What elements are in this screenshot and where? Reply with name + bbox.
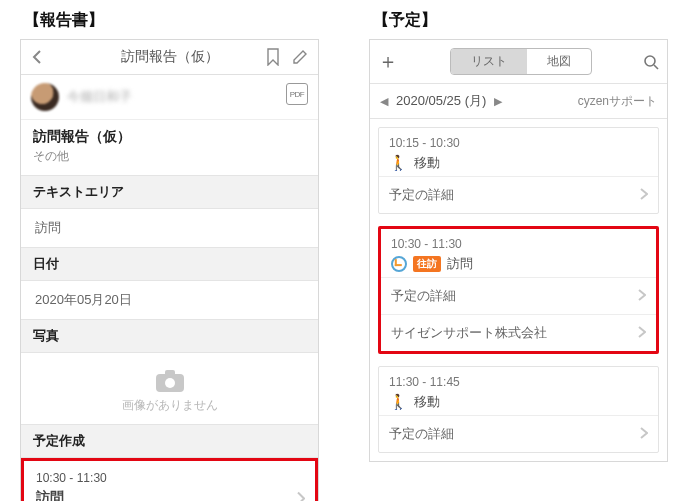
- schedule-card-top: 10:15 - 10:30🚶移動: [379, 128, 658, 176]
- text-area-value: 訪問: [21, 209, 318, 247]
- no-photo-text: 画像がありません: [21, 397, 318, 414]
- schedule-detail-label: サイゼンサポート株式会社: [391, 324, 547, 342]
- report-header: 訪問報告（仮）: [21, 40, 318, 75]
- bookmark-icon[interactable]: [266, 48, 280, 66]
- report-heading: 【報告書】: [24, 10, 319, 31]
- date-value: 2020年05月20日: [21, 281, 318, 319]
- edit-icon[interactable]: [292, 49, 308, 65]
- schedule-heading: 【予定】: [373, 10, 668, 31]
- visit-tag: 往訪: [413, 256, 441, 272]
- schedule-detail-label: 予定の詳細: [391, 287, 456, 305]
- schedule-card-line: 🚶移動: [389, 154, 648, 172]
- schedule-card: 11:30 - 11:45🚶移動予定の詳細: [378, 366, 659, 453]
- schedule-create-name: 訪問: [36, 489, 303, 501]
- user-name: 今畑日和子: [67, 88, 132, 106]
- photo-body: 画像がありません: [21, 353, 318, 424]
- schedule-card-time: 10:30 - 11:30: [391, 237, 646, 251]
- chevron-right-icon: [638, 326, 646, 341]
- schedule-panel: ＋ リスト 地図 ◀ 2020/05/25 (月) ▶ cyzenサポート 10…: [369, 39, 668, 462]
- schedule-detail-label: 予定の詳細: [389, 425, 454, 443]
- clock-icon: [391, 256, 407, 272]
- schedule-detail-row[interactable]: サイゼンサポート株式会社: [381, 314, 656, 351]
- chevron-right-icon: [640, 427, 648, 442]
- add-icon[interactable]: ＋: [378, 48, 398, 75]
- schedule-card: 10:15 - 10:30🚶移動予定の詳細: [378, 127, 659, 214]
- schedule-card-line: 🚶移動: [389, 393, 648, 411]
- camera-icon: [155, 369, 185, 393]
- view-segmented-control: リスト 地図: [450, 48, 592, 75]
- schedule-card-title: 訪問: [447, 255, 473, 273]
- date-bar: ◀ 2020/05/25 (月) ▶ cyzenサポート: [370, 84, 667, 119]
- schedule-detail-row[interactable]: 予定の詳細: [379, 176, 658, 213]
- svg-point-3: [645, 56, 655, 66]
- schedule-create-label: 予定作成: [21, 424, 318, 458]
- chevron-right-icon: [297, 492, 305, 502]
- support-label: cyzenサポート: [578, 93, 657, 110]
- report-subtitle: その他: [33, 148, 306, 165]
- report-title-block: 訪問報告（仮） その他: [21, 120, 318, 175]
- report-title: 訪問報告（仮）: [33, 128, 306, 146]
- seg-map[interactable]: 地図: [527, 49, 591, 74]
- text-area-label: テキストエリア: [21, 175, 318, 209]
- photo-label: 写真: [21, 319, 318, 353]
- schedule-list: 10:15 - 10:30🚶移動予定の詳細10:30 - 11:30往訪訪問予定…: [370, 119, 667, 461]
- report-column: 【報告書】 訪問報告（仮）: [20, 10, 319, 501]
- next-day-icon[interactable]: ▶: [494, 95, 502, 108]
- prev-day-icon[interactable]: ◀: [380, 95, 388, 108]
- schedule-card-top: 10:30 - 11:30往訪訪問: [381, 229, 656, 277]
- schedule-column: 【予定】 ＋ リスト 地図 ◀ 2020/05/25 (月) ▶ cyzenサポ…: [369, 10, 668, 501]
- schedule-card: 10:30 - 11:30往訪訪問予定の詳細サイゼンサポート株式会社: [378, 226, 659, 354]
- report-header-title: 訪問報告（仮）: [91, 48, 248, 66]
- schedule-card-time: 11:30 - 11:45: [389, 375, 648, 389]
- avatar: [31, 83, 59, 111]
- seg-list[interactable]: リスト: [451, 49, 527, 74]
- search-icon[interactable]: [643, 54, 659, 70]
- chevron-right-icon: [638, 289, 646, 304]
- pdf-badge[interactable]: PDF: [286, 83, 308, 105]
- schedule-detail-row[interactable]: 予定の詳細: [381, 277, 656, 314]
- schedule-header: ＋ リスト 地図: [370, 40, 667, 84]
- schedule-detail-row[interactable]: 予定の詳細: [379, 415, 658, 452]
- schedule-card-title: 移動: [414, 393, 440, 411]
- schedule-card-title: 移動: [414, 154, 440, 172]
- schedule-create-time: 10:30 - 11:30: [36, 471, 303, 485]
- svg-point-2: [165, 378, 175, 388]
- schedule-card-top: 11:30 - 11:45🚶移動: [379, 367, 658, 415]
- current-date[interactable]: 2020/05/25 (月): [396, 92, 486, 110]
- schedule-card-time: 10:15 - 10:30: [389, 136, 648, 150]
- schedule-create-item[interactable]: 10:30 - 11:30 訪問 サイゼンサポート株式会社: [21, 458, 318, 501]
- schedule-card-line: 往訪訪問: [391, 255, 646, 273]
- user-row: 今畑日和子 PDF: [21, 75, 318, 120]
- svg-line-4: [654, 65, 658, 69]
- back-icon[interactable]: [31, 49, 42, 65]
- walk-icon: 🚶: [389, 393, 408, 411]
- walk-icon: 🚶: [389, 154, 408, 172]
- date-label: 日付: [21, 247, 318, 281]
- chevron-right-icon: [640, 188, 648, 203]
- svg-rect-1: [165, 370, 175, 376]
- schedule-detail-label: 予定の詳細: [389, 186, 454, 204]
- report-panel: 訪問報告（仮） 今畑日和子 PDF 訪問報告（仮） その他: [20, 39, 319, 501]
